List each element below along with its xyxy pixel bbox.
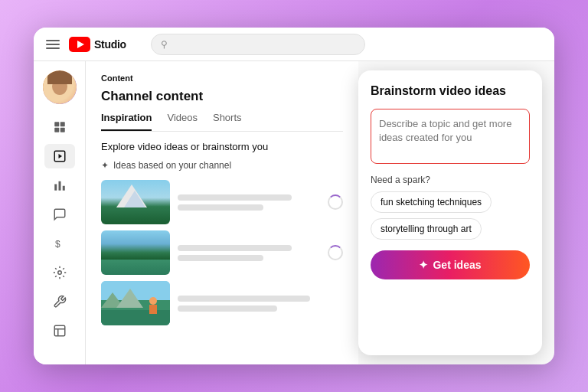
svg-rect-2	[54, 128, 59, 132]
svg-text:$: $	[55, 239, 60, 250]
browser-bar: Studio ⚲	[34, 28, 554, 61]
text-line	[178, 305, 277, 312]
chip-sketching[interactable]: fun sketching techniques	[371, 191, 492, 213]
yt-logo: Studio	[69, 37, 126, 52]
loading-indicator-1	[328, 194, 343, 210]
video-item-2	[101, 230, 343, 275]
video-thumb-3[interactable]	[101, 281, 170, 325]
chip-storytelling[interactable]: storytelling through art	[371, 218, 482, 240]
spark-icon: ✦	[101, 160, 109, 171]
svg-rect-3	[60, 128, 64, 132]
svg-rect-6	[54, 185, 57, 191]
tab-shorts[interactable]: Shorts	[213, 112, 242, 131]
get-ideas-label: Get ideas	[433, 259, 481, 271]
sidebar-item-customization[interactable]	[44, 260, 75, 285]
sidebar-item-content[interactable]	[44, 144, 75, 168]
sidebar-item-tools[interactable]	[44, 289, 75, 314]
text-line	[178, 245, 292, 251]
svg-rect-20	[149, 305, 157, 314]
channel-title: Channel content	[101, 89, 343, 104]
idea-textarea[interactable]	[371, 109, 530, 164]
main-content: $ Content Channel content	[34, 61, 554, 364]
browser-window: Studio ⚲	[34, 28, 554, 364]
explore-text: Explore video ideas or brainstorm you	[101, 141, 343, 152]
need-spark-label: Need a spark?	[371, 175, 530, 185]
svg-point-10	[57, 271, 61, 275]
tab-inspiration[interactable]: Inspiration	[101, 112, 152, 131]
avatar-face	[43, 70, 77, 104]
sidebar-item-dashboard[interactable]	[44, 115, 75, 139]
studio-label: Studio	[94, 38, 126, 51]
search-icon: ⚲	[161, 39, 168, 50]
loading-indicator-2	[328, 245, 343, 260]
video-list	[101, 180, 343, 325]
chips-area: fun sketching techniques storytelling th…	[371, 191, 530, 240]
get-ideas-spark-icon: ✦	[419, 259, 428, 271]
video-text-lines-3	[178, 296, 343, 312]
youtube-icon	[69, 37, 90, 52]
svg-rect-7	[58, 181, 60, 191]
video-item-3	[101, 281, 343, 325]
video-thumb-2[interactable]	[101, 230, 170, 275]
brainstorm-title: Brainstorm video ideas	[371, 84, 530, 98]
svg-point-19	[149, 297, 157, 305]
hamburger-icon[interactable]	[46, 40, 60, 49]
tabs: Inspiration Videos Shorts	[101, 112, 343, 132]
sidebar: $	[34, 61, 86, 364]
sidebar-item-settings[interactable]	[44, 318, 75, 343]
sidebar-item-analytics[interactable]	[44, 173, 75, 198]
sidebar-item-comments[interactable]	[44, 202, 75, 227]
svg-rect-11	[54, 325, 65, 336]
svg-rect-0	[54, 122, 59, 126]
text-line	[178, 255, 263, 261]
content-area: Content Channel content Inspiration Vide…	[86, 61, 554, 364]
text-line	[178, 194, 292, 201]
ideas-based-row: ✦ Ideas based on your channel	[101, 160, 343, 171]
video-text-lines-2	[178, 245, 320, 261]
get-ideas-button[interactable]: ✦ Get ideas	[371, 250, 530, 279]
video-thumb-1[interactable]	[101, 180, 170, 224]
channel-content: Content Channel content Inspiration Vide…	[86, 61, 358, 364]
brainstorm-panel: Brainstorm video ideas Need a spark? fun…	[358, 70, 542, 355]
video-item-1	[101, 180, 343, 224]
svg-marker-5	[58, 154, 62, 158]
content-menu-label: Content	[101, 74, 133, 83]
ideas-label: Ideas based on your channel	[113, 160, 231, 171]
avatar[interactable]	[43, 70, 77, 104]
search-bar[interactable]: ⚲	[151, 34, 365, 55]
svg-rect-1	[60, 122, 64, 126]
text-line	[178, 296, 310, 302]
svg-rect-16	[101, 310, 170, 325]
video-text-lines-1	[178, 194, 320, 211]
sidebar-item-monetization[interactable]: $	[44, 231, 75, 256]
tab-videos[interactable]: Videos	[167, 112, 198, 131]
svg-rect-8	[62, 186, 64, 191]
text-line	[178, 204, 263, 211]
